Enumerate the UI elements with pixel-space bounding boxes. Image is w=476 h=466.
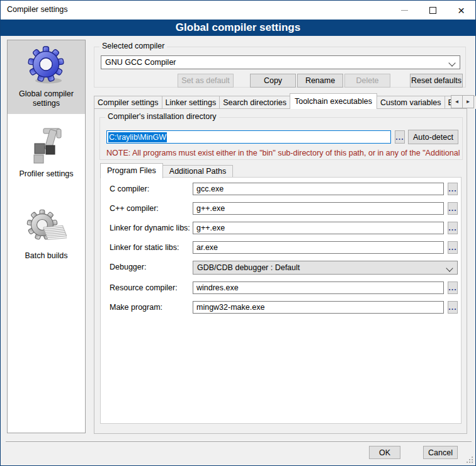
sidebar-item-batch-builds[interactable]: Batch builds [8, 202, 85, 266]
sidebar-item-label: Batch builds [25, 251, 67, 261]
chevron-down-icon [448, 59, 455, 66]
make-program-label: Make program: [110, 301, 162, 314]
selected-compiler-group: Selected compiler GNU GCC Compiler Set a… [94, 47, 466, 88]
debugger-value: GDB/CDB debugger : Default [197, 263, 300, 272]
bin-subdirectory-note: NOTE: All programs must exist either in … [106, 149, 460, 157]
toolchain-executables-page: Compiler's installation directory C:\ray… [94, 108, 467, 434]
linker-dynamic-label: Linker for dynamic libs: [110, 222, 190, 234]
linker-static-input[interactable] [193, 241, 444, 254]
cpp-compiler-input[interactable] [193, 202, 444, 215]
delete-button: Delete [344, 74, 390, 88]
blue-gear-icon [26, 45, 67, 85]
compiler-settings-dialog: Compiler settings × Global compiler sett… [0, 0, 476, 466]
installation-directory-input[interactable]: C:\raylib\MinGW [106, 130, 391, 144]
minimize-button [390, 1, 419, 20]
tab-scroll-buttons: ◄ ► [451, 95, 474, 108]
linker-static-label: Linker for static libs: [110, 241, 179, 254]
selected-compiler-dropdown[interactable]: GNU GCC Compiler [101, 55, 460, 69]
installation-directory-value: C:\raylib\MinGW [108, 132, 167, 142]
settings-category-list: Global compiler settings Profiler settin… [7, 40, 86, 433]
linker-dynamic-browse-button[interactable]: ... [448, 222, 458, 234]
rename-button[interactable]: Rename [297, 74, 343, 88]
window-controls: × [390, 1, 475, 20]
reset-defaults-button[interactable]: Reset defaults [410, 74, 463, 88]
selected-compiler-value: GNU GCC Compiler [105, 58, 176, 67]
make-program-input[interactable] [193, 301, 444, 314]
minimize-icon [401, 10, 408, 11]
batch-builds-gear-icon [26, 207, 67, 247]
cpp-compiler-browse-button[interactable]: ... [448, 202, 458, 215]
tab-custom-variables[interactable]: Custom variables [377, 96, 445, 109]
set-as-default-button: Set as default [178, 74, 234, 88]
make-program-browse-button[interactable]: ... [448, 301, 458, 314]
debugger-label: Debugger: [110, 261, 146, 273]
tab-search-directories[interactable]: Search directories [219, 96, 290, 109]
resource-compiler-label: Resource compiler: [110, 281, 178, 294]
ok-button[interactable]: OK [369, 446, 400, 459]
titlebar[interactable]: Compiler settings × [1, 1, 475, 20]
sidebar-item-profiler-settings[interactable]: Profiler settings [8, 120, 85, 185]
tab-program-files[interactable]: Program Files [100, 163, 163, 178]
installation-directory-browse-button[interactable]: ... [395, 130, 405, 144]
installation-directory-group: Compiler's installation directory C:\ray… [99, 117, 463, 160]
copy-button[interactable]: Copy [250, 74, 296, 88]
resource-compiler-input[interactable] [193, 281, 444, 294]
c-compiler-browse-button[interactable]: ... [448, 183, 458, 195]
group-label: Selected compiler [99, 42, 167, 50]
c-compiler-label: C compiler: [110, 183, 149, 195]
window-title: Compiler settings [7, 5, 68, 14]
sidebar-item-global-compiler-settings[interactable]: Global compiler settings [8, 40, 85, 114]
group-label: Compiler's installation directory [105, 112, 219, 121]
tab-scroll-left-icon[interactable]: ◄ [451, 95, 463, 108]
tab-linker-settings[interactable]: Linker settings [162, 96, 220, 109]
auto-detect-button[interactable]: Auto-detect [408, 130, 458, 144]
cpp-compiler-label: C++ compiler: [110, 202, 159, 215]
sidebar-item-label: Global compiler settings [9, 89, 83, 108]
tab-compiler-settings[interactable]: Compiler settings [94, 96, 162, 109]
c-compiler-input[interactable] [193, 183, 444, 195]
tab-toolchain-executables[interactable]: Toolchain executables [290, 93, 377, 109]
page-title: Global compiler settings [1, 20, 475, 36]
tab-scroll-right-icon[interactable]: ► [462, 95, 474, 108]
compiler-tabs: Compiler settings Linker settings Search… [94, 93, 476, 109]
linker-dynamic-input[interactable] [193, 222, 444, 234]
footer-divider [6, 441, 472, 443]
maximize-icon [429, 7, 436, 14]
debugger-dropdown[interactable]: GDB/CDB debugger : Default [193, 261, 458, 275]
resource-compiler-browse-button[interactable]: ... [448, 281, 458, 294]
resize-grip[interactable] [467, 457, 473, 463]
program-files-panel: C compiler: ... C++ compiler: ... Linker… [100, 177, 462, 424]
program-files-tabs: Program Files Additional Paths [100, 162, 232, 178]
profiler-caliper-icon [26, 125, 67, 165]
close-icon: × [458, 4, 465, 16]
sidebar-item-label: Profiler settings [19, 169, 73, 179]
linker-static-browse-button[interactable]: ... [448, 241, 458, 254]
chevron-down-icon [446, 264, 453, 271]
close-button[interactable]: × [447, 1, 475, 20]
cancel-button[interactable]: Cancel [423, 446, 458, 459]
tab-additional-paths[interactable]: Additional Paths [162, 165, 233, 178]
maximize-button[interactable] [419, 1, 447, 20]
